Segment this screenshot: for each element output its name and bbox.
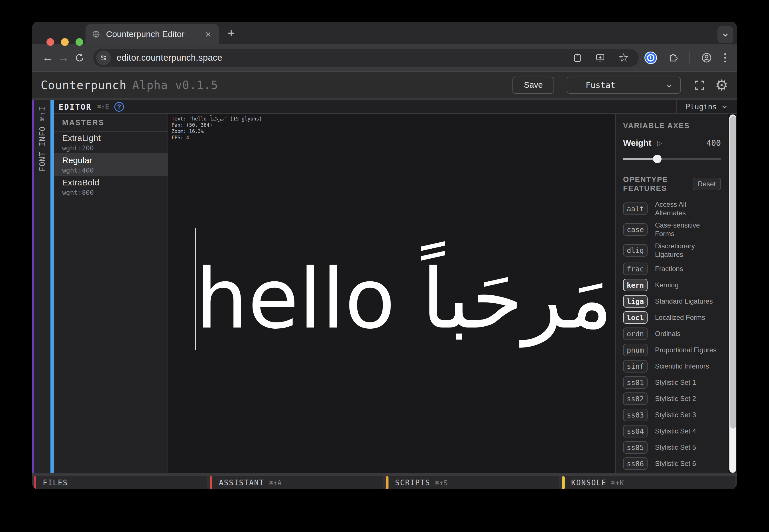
feature-label: Scientific Inferiors	[655, 362, 721, 371]
tab-title: Counterpunch Editor	[106, 29, 204, 39]
feature-tag-locl[interactable]: locl	[623, 311, 648, 324]
close-window-button[interactable]	[46, 38, 54, 46]
fullscreen-button[interactable]	[694, 79, 706, 91]
axis-name: Weight	[623, 138, 651, 148]
feature-tag-ss05[interactable]: ss05	[623, 441, 648, 454]
statusbar-konsole[interactable]: KONSOLE ⌘↑K	[562, 476, 735, 489]
feature-tag-ss03[interactable]: ss03	[623, 409, 648, 421]
reload-button[interactable]	[71, 49, 87, 66]
onepassword-extension-icon[interactable]	[645, 52, 657, 64]
feature-label: Stylistic Set 3	[655, 411, 721, 419]
scrollbar-thumb[interactable]	[730, 116, 736, 429]
back-button[interactable]: ←	[40, 49, 56, 66]
feature-tag-ss01[interactable]: ss01	[623, 376, 648, 389]
browser-menu-icon[interactable]	[723, 52, 727, 64]
slider-thumb[interactable]	[653, 155, 662, 163]
fullscreen-icon	[694, 79, 706, 91]
feature-row-aalt: aaltAccess All Alternates	[623, 200, 721, 217]
font-info-tab[interactable]: FONT INFO ⌘↑I	[38, 106, 47, 171]
feature-tag-pnum[interactable]: pnum	[623, 344, 648, 356]
master-item-extrabold[interactable]: ExtraBold wght:800	[54, 176, 167, 198]
feature-label: Stylistic Set 6	[655, 459, 721, 468]
canvas-stat-zoom: Zoom: 16.3%	[171, 128, 262, 134]
traffic-lights	[46, 38, 83, 46]
browser-window: Counterpunch Editor × + ← →	[32, 22, 737, 489]
feature-row-locl: loclLocalized Forms	[623, 311, 721, 324]
feature-tag-liga[interactable]: liga	[623, 295, 648, 308]
feature-tag-aalt[interactable]: aalt	[623, 202, 648, 215]
canvas-stats-overlay: Text: "hello مَرحَباً" (15 glyphs) Pan: …	[171, 116, 262, 141]
features-list: aaltAccess All Alternates caseCase-sensi…	[623, 200, 721, 473]
editor-tab-label[interactable]: EDITOR	[59, 103, 92, 111]
feature-label: Proportional Figures	[655, 346, 721, 354]
help-icon[interactable]: ?	[114, 102, 124, 112]
clipboard-icon[interactable]	[572, 53, 582, 63]
feature-row-sinf: sinfScientific Inferiors	[623, 360, 721, 373]
canvas-stat-pan: Pan: (50, 364)	[171, 122, 262, 128]
new-tab-button[interactable]: +	[223, 25, 240, 41]
feature-label: Standard Ligatures	[655, 297, 721, 306]
master-item-extralight[interactable]: ExtraLight wght:200	[54, 132, 167, 154]
reset-features-button[interactable]: Reset	[693, 178, 721, 190]
feature-tag-ss06[interactable]: ss06	[623, 457, 648, 470]
feature-tag-ss04[interactable]: ss04	[623, 425, 648, 437]
opentype-heading: OPENTYPE FEATURES	[623, 175, 693, 193]
chevron-down-icon	[665, 82, 673, 90]
feature-tag-frac[interactable]: frac	[623, 263, 648, 275]
browser-tab[interactable]: Counterpunch Editor ×	[85, 24, 219, 44]
url-text[interactable]: editor.counterpunch.space	[116, 53, 222, 63]
feature-row-kern: kernKerning	[623, 279, 721, 291]
scripts-marker	[386, 476, 388, 489]
statusbar-files[interactable]: FILES	[34, 476, 207, 489]
axis-row-weight: Weight ▷ 400	[623, 138, 721, 148]
forward-button[interactable]: →	[56, 49, 71, 66]
font-select[interactable]: Fustat	[566, 77, 681, 94]
feature-label: Stylistic Set 5	[655, 443, 721, 452]
feature-tag-ordn[interactable]: ordn	[623, 328, 648, 340]
features-panel: VARIABLE AXES Weight ▷ 400	[615, 114, 728, 473]
app-title: Counterpunch	[41, 79, 126, 92]
feature-tag-case[interactable]: case	[623, 223, 648, 236]
browser-toolbar: ← → editor.counterpunch.space	[32, 44, 737, 72]
files-marker	[34, 476, 36, 489]
minimize-window-button[interactable]	[61, 38, 69, 46]
canvas-stat-text: Text: "hello مَرحَباً" (15 glyphs)	[171, 116, 262, 122]
panel-scrollbar[interactable]	[728, 114, 737, 473]
profile-icon[interactable]	[701, 52, 712, 64]
font-info-rail[interactable]: FONT INFO ⌘↑I	[32, 100, 50, 473]
plugins-menu[interactable]: Plugins	[676, 100, 737, 113]
address-bar[interactable]: editor.counterpunch.space ☆	[93, 49, 639, 67]
feature-tag-kern[interactable]: kern	[623, 279, 648, 291]
statusbar: FILES ASSISTANT ⌘↑A SCRIPTS ⌘↑S KONSOLE …	[32, 476, 737, 489]
site-settings-button[interactable]	[96, 50, 111, 65]
axis-value[interactable]: 400	[706, 138, 721, 148]
axis-play-icon[interactable]: ▷	[657, 140, 662, 147]
master-item-regular[interactable]: Regular wght:400	[54, 154, 167, 176]
feature-row-case: caseCase-sensitive Forms	[623, 221, 721, 238]
statusbar-divider	[32, 473, 737, 476]
globe-icon	[92, 30, 100, 38]
install-page-icon[interactable]	[595, 53, 606, 63]
save-button[interactable]: Save	[512, 77, 554, 94]
feature-tag-ss02[interactable]: ss02	[623, 392, 648, 405]
settings-gear-icon[interactable]: ⚙	[715, 78, 728, 93]
feature-label: Stylistic Set 4	[655, 427, 721, 435]
feature-row-pnum: pnumProportional Figures	[623, 344, 721, 356]
tune-icon	[99, 54, 108, 62]
preview-text[interactable]: hello مَرحَباً	[196, 258, 613, 340]
feature-tag-dlig[interactable]: dlig	[623, 244, 648, 257]
tab-search-chevron-button[interactable]	[717, 26, 733, 43]
feature-label: Stylistic Set 1	[655, 378, 721, 387]
extensions-puzzle-icon[interactable]	[668, 52, 679, 63]
tab-close-icon[interactable]: ×	[204, 29, 213, 39]
weight-slider[interactable]	[623, 155, 721, 163]
feature-tag-sinf[interactable]: sinf	[623, 360, 648, 373]
bookmark-star-icon[interactable]: ☆	[618, 52, 629, 64]
app-header: Counterpunch Alpha v0.1.5 Save Fustat ⚙	[32, 72, 737, 100]
statusbar-scripts[interactable]: SCRIPTS ⌘↑S	[386, 476, 559, 489]
statusbar-assistant[interactable]: ASSISTANT ⌘↑A	[210, 476, 383, 489]
editor-bar: EDITOR ⌘↑E ? Plugins	[54, 100, 737, 114]
zoom-window-button[interactable]	[75, 38, 83, 46]
glyph-canvas[interactable]: Text: "hello مَرحَباً" (15 glyphs) Pan: …	[168, 114, 615, 473]
feature-row-liga: ligaStandard Ligatures	[623, 295, 721, 308]
